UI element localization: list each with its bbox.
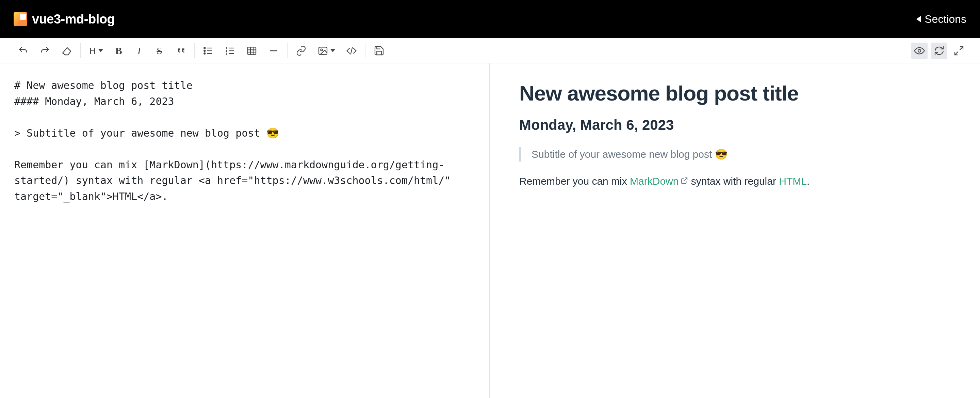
app-header: vue3-md-blog Sections xyxy=(0,0,980,38)
html-link[interactable]: HTML xyxy=(779,176,807,187)
undo-button[interactable] xyxy=(16,45,30,57)
external-link-icon xyxy=(681,173,688,189)
preview-title: New awesome blog post title xyxy=(519,81,951,105)
svg-rect-22 xyxy=(319,47,327,54)
redo-icon xyxy=(40,45,50,56)
list-ol-icon xyxy=(224,45,235,56)
markdown-preview: New awesome blog post title Monday, Marc… xyxy=(490,63,980,398)
preview-toggle-button[interactable] xyxy=(911,43,928,59)
preview-date: Monday, March 6, 2023 xyxy=(519,117,951,133)
svg-line-27 xyxy=(955,51,958,54)
table-button[interactable] xyxy=(245,45,259,57)
sections-label: Sections xyxy=(924,13,966,26)
preview-text: Remember you can mix xyxy=(519,176,630,187)
expand-icon xyxy=(953,45,964,56)
svg-point-2 xyxy=(204,53,205,54)
heading-label: H xyxy=(89,45,96,57)
svg-line-28 xyxy=(684,178,687,181)
sections-link[interactable]: Sections xyxy=(916,13,966,26)
ordered-list-button[interactable] xyxy=(223,45,237,57)
app-logo-icon xyxy=(14,12,27,26)
preview-text: syntax with regular xyxy=(688,176,779,187)
link-icon xyxy=(296,45,307,56)
code-button[interactable] xyxy=(345,45,358,57)
svg-point-0 xyxy=(204,47,205,49)
link-button[interactable] xyxy=(294,45,308,57)
strikethrough-button[interactable]: S xyxy=(153,45,166,57)
app-title: vue3-md-blog xyxy=(32,12,115,27)
minus-icon xyxy=(268,45,279,56)
svg-point-25 xyxy=(918,50,921,52)
blockquote-button[interactable] xyxy=(174,45,188,57)
svg-line-24 xyxy=(350,47,352,54)
clear-format-button[interactable] xyxy=(60,45,73,57)
sync-scroll-button[interactable] xyxy=(931,43,947,59)
table-icon xyxy=(247,45,257,56)
save-button[interactable] xyxy=(372,45,386,57)
quote-icon xyxy=(175,45,186,56)
redo-button[interactable] xyxy=(38,45,52,57)
split-view: # New awesome blog post title #### Monda… xyxy=(0,63,980,398)
preview-subtitle: Subtitle of your awesome new blog post 😎 xyxy=(519,147,951,161)
eye-icon xyxy=(914,45,925,56)
italic-button[interactable]: I xyxy=(133,45,145,57)
link-text: MarkDown xyxy=(630,176,679,187)
markdown-editor[interactable]: # New awesome blog post title #### Monda… xyxy=(0,63,490,398)
image-button[interactable] xyxy=(316,45,337,57)
save-icon xyxy=(374,45,385,56)
eraser-icon xyxy=(61,45,72,56)
undo-icon xyxy=(18,45,29,56)
image-icon xyxy=(318,45,328,56)
unordered-list-button[interactable] xyxy=(202,45,215,57)
svg-point-23 xyxy=(321,49,322,50)
preview-paragraph: Remember you can mix MarkDown syntax wit… xyxy=(519,173,951,189)
heading-button[interactable]: H xyxy=(88,45,105,57)
bold-button[interactable]: B xyxy=(113,45,125,57)
horizontal-rule-button[interactable] xyxy=(267,45,280,57)
sync-icon xyxy=(934,45,945,56)
arrow-left-icon xyxy=(916,16,921,22)
list-ul-icon xyxy=(203,45,214,56)
svg-line-26 xyxy=(960,47,963,50)
code-icon xyxy=(346,45,357,56)
chevron-down-icon xyxy=(98,49,103,52)
markdown-link[interactable]: MarkDown xyxy=(630,176,688,187)
editor-toolbar: H B I S xyxy=(0,38,980,63)
svg-rect-16 xyxy=(248,47,256,54)
preview-text: . xyxy=(807,176,810,187)
chevron-down-icon xyxy=(331,49,335,52)
fullscreen-button[interactable] xyxy=(951,43,967,59)
header-left: vue3-md-blog xyxy=(14,12,115,27)
svg-point-1 xyxy=(204,50,205,51)
